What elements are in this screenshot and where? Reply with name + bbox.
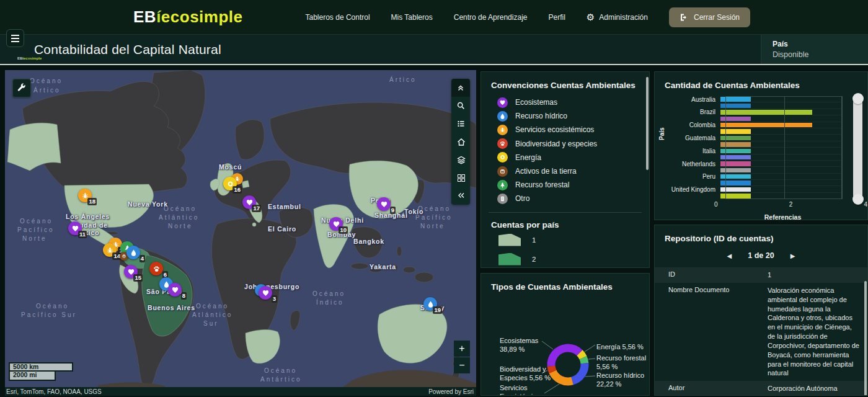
heart-icon [262, 289, 270, 297]
logout-button[interactable]: Cerrar Sesión [669, 7, 750, 27]
marker-number: 11 [78, 231, 87, 238]
bar-country-label: Netherlands [666, 161, 720, 167]
bycountry-list: 123 [481, 231, 649, 269]
doc-icon [497, 194, 508, 204]
bar-track [720, 115, 843, 122]
bycountry-title: Cuentas por país [481, 213, 649, 230]
map-marker-11[interactable]: 11 [68, 221, 82, 235]
bar-country-label: Italia [666, 148, 720, 154]
bar-chart-plot: AustraliaBrazilColombiaGuatemalaItaliaNe… [666, 96, 843, 199]
nav-item[interactable]: Centro de Aprendizaje [454, 13, 528, 22]
nav-item-administracion[interactable]: ⚙ Administración [587, 12, 648, 23]
map-tool-collapse-up[interactable] [451, 79, 470, 97]
marker-number: 8 [181, 292, 187, 300]
bar [720, 161, 751, 166]
donut-label: Recurso hídrico22,22 % [596, 371, 644, 388]
map-marker-10[interactable]: 10 [329, 217, 343, 231]
map-marker-9[interactable]: 9 [377, 197, 391, 211]
legend-item-label: Ecosistemas [515, 98, 557, 107]
middle-column: Convenciones Cuentas Ambientales Ecosist… [480, 71, 650, 396]
map-tool-layers[interactable] [451, 151, 470, 169]
map-scale-bar: 5000 km 2000 mi [9, 362, 73, 381]
bar-row [666, 180, 843, 186]
map-marker-6[interactable]: 6 [149, 262, 163, 275]
bar [720, 194, 751, 198]
bar-track [720, 122, 843, 128]
bar [720, 142, 751, 146]
repo-row-id: ID1 [655, 267, 867, 283]
coins-icon [499, 168, 506, 175]
powered-by-esri: Powered by Esri [428, 388, 474, 395]
repo-field-value: Valoración económica ambiental del compl… [768, 286, 860, 378]
marker-number: 19 [433, 306, 442, 314]
map-marker-17[interactable]: 17 [242, 195, 256, 209]
legend-item: Otro [481, 192, 649, 205]
bar-chart-xticks: 024 [714, 201, 867, 208]
map-marker-16[interactable]: 16 [223, 177, 237, 190]
bar-row [666, 115, 843, 122]
zoom-in-button[interactable]: + [454, 341, 470, 357]
app-logo: EBíecosimple [133, 7, 243, 27]
marker-number: 17 [252, 205, 261, 212]
map-marker-19[interactable]: 19 [423, 297, 437, 311]
map-marker-8[interactable]: 8 [168, 283, 182, 297]
world-map[interactable]: OcéanoÁrticoÁrticoOcéanoAtlánticoNorteOc… [5, 70, 476, 387]
repository-scrollbar[interactable] [864, 281, 867, 396]
repo-field-label: Nombre Documento [668, 286, 768, 378]
map-marker-3[interactable]: 3 [259, 286, 272, 300]
nav-item[interactable]: Mis Tableros [391, 13, 433, 22]
pager-prev-icon[interactable]: ◀ [727, 252, 732, 259]
map-marker-4[interactable]: 4 [126, 246, 140, 259]
legend-item: Ecosistemas [481, 96, 649, 109]
country-count-label: 1 [532, 236, 536, 244]
bar-chart-ylabel: País [658, 127, 665, 140]
basemap-grid-icon [456, 173, 466, 182]
zoom-out-button[interactable]: − [454, 357, 470, 373]
bar-track [720, 167, 843, 173]
attribution-sources: Esri, TomTom, FAO, NOAA, USGS [6, 388, 102, 395]
repository-table: ID1Nombre DocumentoValoración económica … [655, 267, 867, 396]
map-marker-18[interactable]: 18 [78, 189, 92, 202]
repo-field-label: ID [668, 270, 768, 280]
map-settings-button[interactable] [12, 79, 31, 97]
map-marker-15[interactable]: 15 [124, 265, 138, 279]
paw-icon [499, 140, 506, 147]
map-tool-legend-list[interactable] [451, 115, 470, 133]
bar-row [666, 128, 843, 135]
donut-label: Biodiversidad yEspecies 5,56 % [500, 365, 551, 382]
bar-row: Peru [666, 174, 843, 180]
pager-next-icon[interactable]: ▶ [790, 252, 795, 259]
marker-number: 10 [339, 226, 348, 234]
bycountry-item: 2 [481, 251, 649, 268]
bar-track [720, 174, 843, 180]
heart-icon [499, 99, 506, 106]
marker-number: 4 [140, 255, 145, 262]
map-tool-collapse-left[interactable] [451, 187, 470, 205]
legend-scrollbar[interactable] [646, 77, 649, 170]
bug-icon [497, 125, 508, 135]
nav-item[interactable]: Perfil [548, 13, 565, 22]
bar-track [720, 128, 843, 135]
bar [720, 123, 812, 127]
marker-number: 3 [272, 295, 277, 303]
legend-item-label: Otro [515, 194, 529, 203]
nav-item[interactable]: Tableros de Control [306, 13, 370, 22]
map-marker-14[interactable]: 14 [103, 243, 117, 257]
bar [720, 104, 751, 108]
ring-icon [499, 154, 506, 161]
bar-chart-title: Cantidad de Cuentas Ambientales [655, 72, 867, 90]
bar-chart-range-slider[interactable] [853, 96, 862, 202]
map-tool-basemap-grid[interactable] [451, 169, 470, 187]
home-icon [456, 137, 466, 146]
country-filter[interactable]: País Disponible [761, 35, 868, 64]
map-tool-search[interactable] [451, 97, 470, 115]
repo-field-label: Autor [668, 384, 768, 396]
bar-country-label: Guatemala [666, 135, 720, 141]
bar-track [720, 193, 843, 199]
sidebar-toggle-button[interactable] [6, 29, 24, 47]
marker-number: 9 [390, 207, 396, 214]
tree-icon [497, 180, 508, 190]
map-tool-home[interactable] [451, 133, 470, 151]
bar [720, 129, 751, 133]
donut-panel: Tipos de Cuentas Ambientales Ecosistemas… [480, 273, 650, 396]
